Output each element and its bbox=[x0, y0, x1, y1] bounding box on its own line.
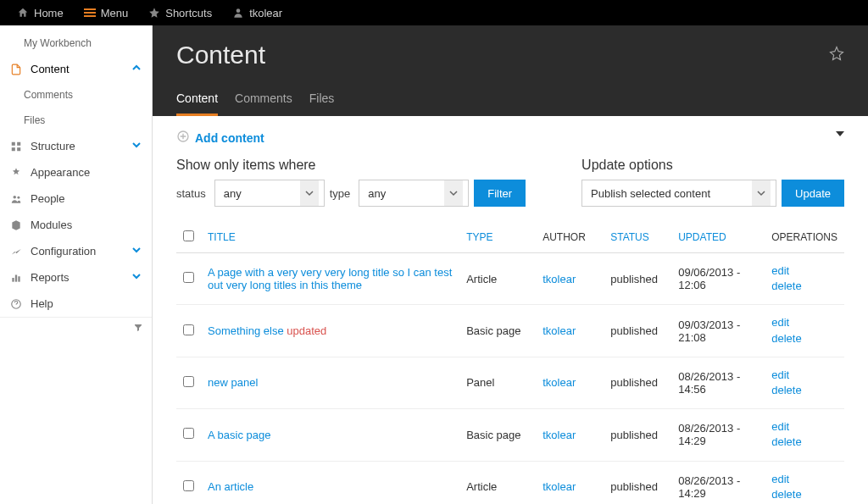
row-delete-link[interactable]: delete bbox=[771, 383, 837, 398]
toolbar-user-label: tkolear bbox=[249, 7, 282, 19]
update-action-value: Publish selected content bbox=[591, 187, 710, 200]
sidebar-item-help[interactable]: Help bbox=[0, 291, 152, 317]
add-content-link[interactable]: Add content bbox=[176, 130, 844, 146]
sidebar-item-appearance[interactable]: Appearance bbox=[0, 159, 152, 186]
toolbar-menu[interactable]: Menu bbox=[74, 0, 139, 25]
row-title-link[interactable]: new panel bbox=[208, 376, 258, 389]
sidebar-item-label: Help bbox=[31, 297, 53, 310]
toolbar-home-label: Home bbox=[34, 7, 64, 19]
row-delete-link[interactable]: delete bbox=[771, 487, 837, 502]
row-delete-link[interactable]: delete bbox=[771, 279, 837, 294]
sidebar-item-content[interactable]: Content bbox=[0, 56, 152, 82]
row-author-link[interactable]: tkolear bbox=[542, 429, 576, 441]
collapse-toggle[interactable] bbox=[836, 128, 844, 141]
update-action-select[interactable]: Publish selected content bbox=[581, 180, 776, 207]
appearance-icon bbox=[10, 167, 24, 179]
tab-comments[interactable]: Comments bbox=[235, 83, 292, 116]
type-filter-label: type bbox=[330, 187, 351, 200]
row-edit-link[interactable]: edit bbox=[771, 419, 837, 435]
svg-rect-9 bbox=[18, 276, 19, 281]
row-checkbox[interactable] bbox=[183, 272, 194, 283]
row-checkbox[interactable] bbox=[183, 324, 194, 335]
toolbar-home[interactable]: Home bbox=[7, 0, 74, 25]
toolbar-shortcuts-label: Shortcuts bbox=[165, 7, 212, 19]
favorite-button[interactable] bbox=[829, 46, 844, 64]
row-author-link[interactable]: tkolear bbox=[542, 273, 576, 285]
filter-button[interactable]: Filter bbox=[474, 180, 526, 207]
row-author-link[interactable]: tkolear bbox=[542, 376, 576, 389]
star-icon bbox=[148, 7, 160, 19]
svg-rect-8 bbox=[15, 274, 17, 281]
row-updated: 09/03/2013 - 21:08 bbox=[671, 305, 765, 357]
toolbar-user[interactable]: tkolear bbox=[222, 0, 292, 25]
sidebar-item-label: People bbox=[31, 192, 64, 205]
row-edit-link[interactable]: edit bbox=[771, 315, 837, 330]
col-status[interactable]: STATUS bbox=[604, 222, 671, 253]
row-edit-link[interactable]: edit bbox=[771, 263, 837, 279]
table-row: An articleArticletkolearpublished08/26/2… bbox=[176, 461, 844, 504]
row-type: Panel bbox=[459, 357, 536, 408]
tab-files[interactable]: Files bbox=[309, 83, 335, 116]
sidebar-item-label: Files bbox=[24, 114, 45, 126]
type-select[interactable]: any bbox=[359, 180, 469, 207]
tab-content[interactable]: Content bbox=[176, 83, 218, 116]
row-status: published bbox=[604, 305, 671, 357]
sidebar-collapse[interactable] bbox=[0, 317, 152, 341]
col-type[interactable]: TYPE bbox=[459, 222, 536, 253]
col-title[interactable]: TITLE bbox=[201, 222, 459, 253]
people-icon bbox=[10, 193, 24, 205]
svg-point-6 bbox=[17, 196, 19, 198]
row-title-link[interactable]: A page with a very very very long title … bbox=[208, 266, 452, 291]
row-title-link[interactable]: A basic page bbox=[208, 429, 270, 441]
row-status: published bbox=[604, 409, 671, 461]
svg-rect-4 bbox=[17, 147, 20, 151]
row-edit-link[interactable]: edit bbox=[771, 368, 837, 383]
sidebar-item-comments[interactable]: Comments bbox=[0, 82, 152, 108]
page-header: Content ContentCommentsFiles bbox=[153, 25, 868, 116]
status-select[interactable]: any bbox=[214, 180, 325, 207]
svg-rect-3 bbox=[12, 147, 15, 151]
sidebar-item-files[interactable]: Files bbox=[0, 108, 152, 133]
sidebar: My WorkbenchContentCommentsFilesStructur… bbox=[0, 25, 153, 504]
chevron-up-icon bbox=[131, 63, 142, 75]
table-row: Something else updatedBasic pagetkolearp… bbox=[176, 305, 844, 357]
row-edit-link[interactable]: edit bbox=[771, 472, 837, 487]
row-checkbox[interactable] bbox=[183, 428, 194, 439]
row-type: Article bbox=[459, 253, 536, 305]
row-title-link[interactable]: An article bbox=[208, 480, 253, 493]
top-toolbar: Home Menu Shortcuts tkolear bbox=[0, 0, 868, 25]
row-type: Basic page bbox=[459, 305, 536, 357]
sidebar-item-label: Comments bbox=[24, 89, 73, 101]
sidebar-item-reports[interactable]: Reports bbox=[0, 264, 152, 291]
update-button[interactable]: Update bbox=[782, 180, 844, 207]
toolbar-shortcuts[interactable]: Shortcuts bbox=[138, 0, 222, 25]
row-delete-link[interactable]: delete bbox=[771, 331, 837, 346]
sidebar-item-structure[interactable]: Structure bbox=[0, 133, 152, 159]
sidebar-item-modules[interactable]: Modules bbox=[0, 212, 152, 238]
row-title-link[interactable]: Something else bbox=[208, 324, 284, 337]
status-badge: updated bbox=[287, 324, 326, 337]
col-updated[interactable]: UPDATED bbox=[671, 222, 765, 253]
svg-point-0 bbox=[236, 8, 241, 13]
row-delete-link[interactable]: delete bbox=[771, 435, 837, 450]
row-author-link[interactable]: tkolear bbox=[542, 480, 576, 493]
select-all-checkbox[interactable] bbox=[183, 230, 194, 241]
svg-rect-1 bbox=[12, 141, 15, 145]
svg-point-5 bbox=[14, 195, 17, 198]
row-checkbox[interactable] bbox=[183, 376, 194, 387]
sidebar-item-label: Structure bbox=[31, 140, 75, 152]
sidebar-item-my-workbench[interactable]: My Workbench bbox=[0, 30, 152, 56]
row-author-link[interactable]: tkolear bbox=[542, 324, 576, 337]
filter-section-label: Show only items where bbox=[176, 158, 526, 173]
svg-rect-2 bbox=[17, 141, 20, 145]
chevron-down-icon bbox=[131, 245, 142, 258]
help-icon bbox=[10, 298, 24, 310]
sidebar-item-label: My Workbench bbox=[24, 37, 92, 49]
sidebar-item-label: Reports bbox=[31, 271, 70, 284]
row-checkbox[interactable] bbox=[183, 480, 194, 491]
sidebar-item-label: Modules bbox=[31, 219, 72, 231]
chevron-down-icon bbox=[752, 180, 771, 206]
sidebar-item-people[interactable]: People bbox=[0, 186, 152, 212]
row-type: Basic page bbox=[459, 409, 536, 461]
sidebar-item-configuration[interactable]: Configuration bbox=[0, 238, 152, 264]
